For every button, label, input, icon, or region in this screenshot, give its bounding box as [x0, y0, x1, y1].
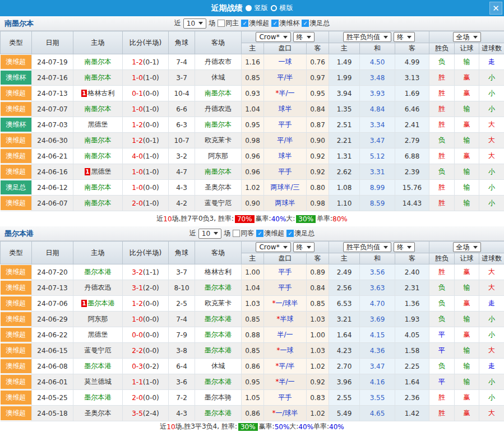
- checkbox-icon[interactable]: ✓: [286, 230, 294, 237]
- league-badge: 澳维超: [1, 281, 32, 295]
- radio-vertical-label[interactable]: 竖版: [255, 3, 268, 13]
- match-row: 澳维超24-07-19南墨尔本1-2(0-1)7-4丹德农市1.16一球0.76…: [1, 54, 504, 70]
- cell-odds-away: 0.98: [307, 196, 329, 211]
- cell-corner: 6-3: [169, 117, 195, 133]
- cell-odds-home: 0.85: [242, 70, 264, 86]
- scope-select[interactable]: 全场: [453, 242, 481, 252]
- team-name: 莫兰德城: [85, 378, 112, 385]
- cell-result: 胜: [429, 406, 455, 421]
- radio-horizontal-layout[interactable]: [271, 5, 277, 11]
- scope-select[interactable]: 全场: [453, 32, 481, 42]
- team-name: 丹德农迅: [85, 284, 112, 291]
- col-header-handicap: 盘口: [264, 253, 307, 264]
- checkbox-icon[interactable]: ✓: [241, 20, 248, 27]
- cell-handicap: 平手: [264, 117, 307, 133]
- bookmaker-select[interactable]: Crow*: [256, 242, 290, 252]
- cell-handicap-result: 输: [455, 101, 479, 117]
- cell-away-team: 南墨尔本: [195, 164, 242, 180]
- cell-league: 澳维杯: [1, 117, 32, 133]
- cell-away-team: 墨尔本骑: [195, 390, 242, 406]
- col-header-date: 日期: [32, 31, 73, 54]
- radio-vertical-layout[interactable]: [246, 5, 252, 11]
- cell-goals: 小: [479, 327, 504, 343]
- filter-checkbox-同主[interactable]: 同主: [218, 18, 239, 28]
- cell-avg-home: 1.08: [329, 180, 360, 196]
- cell-home-team: 南墨尔本: [73, 133, 123, 148]
- recent-matches-table-2: 类型 日期 主场 比分(半场) 角球 客场 Crow* 终 胜平负均值 终 全场…: [0, 241, 504, 421]
- chevron-down-icon: [383, 246, 388, 249]
- cell-avg-draw: 4.70: [360, 296, 395, 312]
- select-value: 终: [397, 243, 404, 251]
- unit-label: 场: [209, 18, 215, 28]
- cell-handicap-result: 赢: [455, 264, 479, 280]
- chevron-down-icon: [198, 22, 203, 25]
- checkbox-icon[interactable]: [233, 230, 240, 237]
- cell-avg-home: 3.96: [329, 374, 360, 390]
- summary-segment: 近: [156, 214, 163, 224]
- match-count-select[interactable]: 10: [183, 18, 206, 29]
- cell-handicap-result: 赢: [455, 327, 479, 343]
- radio-horizontal-label[interactable]: 横版: [280, 3, 293, 13]
- col-header-odds-away: 客: [307, 43, 329, 54]
- cell-avg-home: 2.21: [329, 133, 360, 148]
- cell-avg-draw: 4.36: [360, 343, 395, 359]
- filter-checkbox-澳维超[interactable]: ✓澳维超: [256, 229, 284, 238]
- cell-odds-home: 0.95: [242, 374, 264, 390]
- cell-corner: 7-2: [169, 390, 195, 406]
- odds-final-select[interactable]: 终: [293, 242, 315, 252]
- cell-handicap: *平/半: [264, 359, 307, 374]
- team-name: 南墨尔本: [85, 136, 112, 144]
- cell-score: 1-0(0-0): [123, 312, 169, 327]
- filter-checkbox-澳足总[interactable]: ✓澳足总: [286, 229, 315, 238]
- match-count-select[interactable]: 10: [198, 229, 221, 239]
- cell-score: 1-0(1-0): [123, 164, 169, 180]
- cell-odds-home: 0.85: [242, 343, 264, 359]
- cell-avg-draw: 8.59: [360, 196, 395, 211]
- odds-final-select[interactable]: 终: [293, 32, 315, 42]
- cell-odds-home: 0.85: [242, 312, 264, 327]
- cell-score: 0-3(0-2): [123, 359, 169, 374]
- cell-odds-away: 0.85: [307, 296, 329, 312]
- cell-result: 胜: [429, 264, 455, 280]
- filter-checkbox-澳维超[interactable]: ✓澳维超: [241, 18, 269, 28]
- cell-league: 澳维超: [1, 54, 32, 70]
- checkbox-label: 澳足总: [294, 229, 315, 238]
- team-name: 墨尔本港: [85, 393, 112, 401]
- cell-result: 胜: [429, 117, 455, 133]
- cell-avg-away: 4.99: [395, 54, 429, 70]
- col-header-avg-home: 主: [329, 43, 360, 54]
- cell-avg-away: 1.58: [395, 343, 429, 359]
- checkbox-icon[interactable]: ✓: [302, 20, 309, 27]
- cell-handicap: *半球: [264, 312, 307, 327]
- checkbox-icon[interactable]: ✓: [271, 20, 279, 27]
- checkbox-icon[interactable]: ✓: [256, 230, 263, 237]
- cell-handicap-result: 输: [455, 180, 479, 196]
- close-icon[interactable]: ✕: [489, 2, 502, 15]
- avg-select[interactable]: 胜平负均值: [343, 32, 391, 42]
- avg-final-select[interactable]: 终: [394, 242, 415, 252]
- odds-group-header: Crow* 终: [242, 31, 329, 43]
- avg-final-select[interactable]: 终: [394, 32, 415, 42]
- avg-select[interactable]: 胜平负均值: [343, 242, 391, 252]
- cell-avg-away: 1.69: [395, 86, 429, 101]
- cell-avg-away: 2.41: [395, 117, 429, 133]
- cell-goals: 大: [479, 264, 504, 280]
- filter-checkbox-同客[interactable]: 同客: [233, 229, 254, 238]
- checkbox-icon[interactable]: [218, 20, 225, 27]
- cell-corner: 4-3: [169, 406, 195, 421]
- cell-odds-away: 0.97: [307, 70, 329, 86]
- col-header-avg-home: 主: [329, 253, 360, 264]
- cell-home-team: 1墨尔本港: [73, 296, 123, 312]
- cell-avg-draw: 8.99: [360, 180, 395, 196]
- team-name: 墨尔本港: [205, 284, 232, 291]
- match-row: 澳维超24-06-29阿东那1-0(0-0)7-4墨尔本港0.85*半球1.03…: [1, 312, 504, 327]
- filter-checkbox-澳足总[interactable]: ✓澳足总: [302, 18, 330, 28]
- cell-away-team: 格林古利: [195, 264, 242, 280]
- cell-date: 24-05-18: [32, 406, 73, 421]
- col-header-score: 比分(半场): [123, 31, 169, 54]
- col-header-date: 日期: [32, 241, 73, 264]
- bookmaker-select[interactable]: Crow*: [256, 32, 290, 42]
- col-header-result: 胜负: [429, 253, 455, 264]
- cell-goals: 小: [479, 196, 504, 211]
- filter-checkbox-澳维杯[interactable]: ✓澳维杯: [271, 18, 299, 28]
